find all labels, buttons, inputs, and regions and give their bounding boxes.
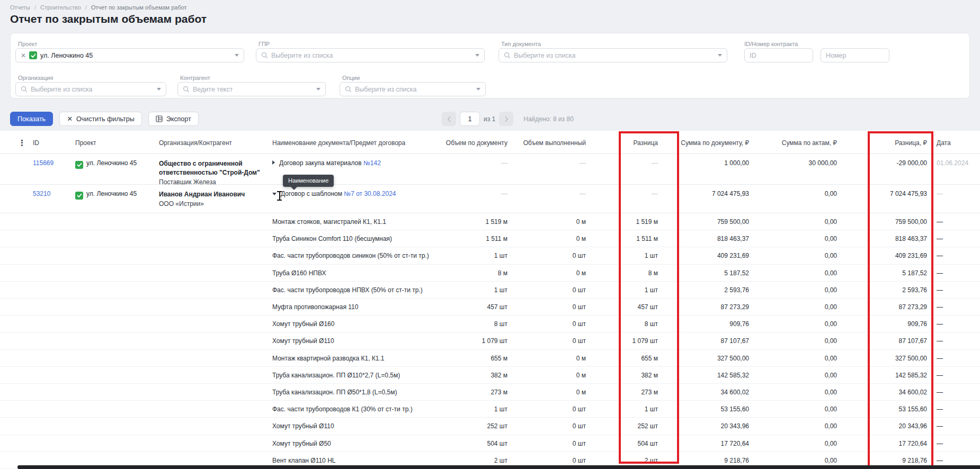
doc-type-placeholder: Выберите из списка xyxy=(514,52,575,59)
doc-type-select[interactable]: Выберите из списка xyxy=(498,48,727,62)
sum-doc-value: 142 585,32 xyxy=(660,367,751,383)
header-diff: Разница xyxy=(588,131,660,154)
sum-acts-value: 0,00 xyxy=(751,265,839,281)
vol-done-value: 0 шт xyxy=(510,282,588,298)
sum-acts-value: 0,00 xyxy=(751,213,839,230)
header-doc: Наименование документа/Предмет договора xyxy=(269,131,444,154)
table-row: Труба Ø160 НПВХ 8 м 0 м 8 м 5 187,52 0,0… xyxy=(0,265,980,282)
breadcrumb-link-reports[interactable]: Отчеты xyxy=(10,4,30,11)
vol-doc-value: 504 шт xyxy=(444,435,510,452)
horizontal-scrollbar[interactable] xyxy=(17,465,980,469)
diff-rub-value: 53 155,60 xyxy=(839,401,929,417)
diff-rub-value: -29 000,00 xyxy=(839,154,929,184)
sum-doc-value: 327 500,00 xyxy=(660,350,751,366)
contract-id-link[interactable]: 115669 xyxy=(33,159,54,167)
table-row: Фас. части трубопроводов синикон (50% от… xyxy=(0,247,980,264)
clear-filters-button[interactable]: ✕ Очистить фильтры xyxy=(59,112,142,126)
date-value: — xyxy=(929,299,980,315)
vol-doc-value: — xyxy=(444,154,510,184)
expand-row-icon[interactable] xyxy=(272,160,275,165)
vol-doc-value: 1 511 м xyxy=(444,230,510,247)
date-value: — xyxy=(929,265,980,281)
vol-doc-value: — xyxy=(444,185,510,213)
document-number-link[interactable]: №7 от 30.08.2024 xyxy=(344,190,396,197)
show-button[interactable]: Показать xyxy=(10,112,53,126)
sum-acts-value: 0,00 xyxy=(751,350,839,366)
date-value: — xyxy=(929,282,980,298)
project-select[interactable]: ✕ ул. Леночкино 45 xyxy=(15,48,244,62)
sum-doc-value: 2 593,76 xyxy=(660,282,751,298)
sum-doc-value: 1 000,00 xyxy=(660,154,751,184)
header-date: Дата xyxy=(929,131,980,154)
breadcrumb-current: Отчет по закрытым объемам работ xyxy=(91,4,187,11)
table-row: 115669 ул. Леночкино 45 Общество с огран… xyxy=(0,154,980,185)
column-menu-icon[interactable]: ⋮ xyxy=(0,131,28,154)
table-row: Труба канализацион. ПП Ø110*2,7 (L=0,5м)… xyxy=(0,367,980,384)
item-name: Фас. части трубопроводов К1 (30% от ст-т… xyxy=(269,401,444,417)
document-title: Договор с шаблоном xyxy=(281,190,344,197)
vol-doc-value: 8 м xyxy=(444,265,510,281)
contract-number-input[interactable] xyxy=(821,48,889,62)
page-title: Отчет по закрытым объемам работ xyxy=(10,13,207,25)
item-name: Труба канализацион. ПП Ø50*1,8 (L=0,5м) xyxy=(269,384,444,400)
item-name: Хомут трубный Ø110 xyxy=(269,418,444,434)
vol-done-value: 0 шт xyxy=(510,315,588,332)
diff-value: 1 519 м xyxy=(588,213,660,230)
diff-value: 1 шт xyxy=(588,282,660,298)
chevron-down-icon xyxy=(718,54,722,57)
page-of-label: из 1 xyxy=(484,115,495,123)
sum-acts-value: 0,00 xyxy=(751,230,839,247)
vol-doc-value: 1 079 шт xyxy=(444,332,510,349)
table-row: Хомут трубный Ø50 504 шт 0 шт 504 шт 17 … xyxy=(0,435,980,452)
diff-value: 382 м xyxy=(588,367,660,383)
diff-rub-value: 2 593,76 xyxy=(839,282,929,298)
breadcrumb-link-construction[interactable]: Строительство xyxy=(40,4,81,11)
prev-page-button[interactable] xyxy=(442,112,456,126)
table-row: Муфта противопожарная 110 457 шт 0 шт 45… xyxy=(0,299,980,315)
diff-rub-value: 7 024 475,93 xyxy=(839,185,929,213)
organization-select[interactable]: Выберите из списка xyxy=(15,82,166,96)
date-value: — xyxy=(929,435,980,452)
column-tooltip: Наименование xyxy=(283,175,334,187)
breadcrumb-separator: / xyxy=(34,4,36,11)
item-name: Фас. части трубопроводов НПВХ (50% от ст… xyxy=(269,282,444,298)
header-vol-doc: Объем по документу xyxy=(444,131,510,154)
project-check-icon xyxy=(75,161,83,169)
sum-acts-value: 30 000,00 xyxy=(751,154,839,184)
header-diff-rub: Разница, ₽ xyxy=(839,131,929,154)
item-name: Фас. части трубопроводов синикон (50% от… xyxy=(269,247,444,264)
counterparty-select[interactable]: Ведите текст xyxy=(177,82,326,96)
next-page-button[interactable] xyxy=(499,112,513,126)
item-name: Монтаж стояков, магистралей К1, К1.1 xyxy=(269,213,444,230)
vol-done-value: 0 м xyxy=(510,265,588,281)
gpr-select[interactable]: Выберите из списка xyxy=(256,48,485,62)
contract-id-input[interactable] xyxy=(744,48,813,62)
project-filter-label: Проект xyxy=(18,41,37,47)
remove-project-icon[interactable]: ✕ xyxy=(21,52,26,59)
chevron-right-icon xyxy=(504,116,509,122)
text-cursor-icon xyxy=(277,191,282,201)
clear-filters-label: Очистить фильтры xyxy=(76,115,135,123)
date-value: — xyxy=(929,350,980,366)
contract-id-link[interactable]: 53210 xyxy=(33,190,50,197)
document-number-link[interactable]: №142 xyxy=(363,159,381,167)
search-icon xyxy=(21,86,28,93)
collapse-row-icon[interactable] xyxy=(272,193,277,195)
sum-acts-value: 0,00 xyxy=(751,418,839,434)
options-filter-label: Опции xyxy=(342,75,360,81)
page-number-input[interactable] xyxy=(460,112,480,126)
item-name: Монтаж квартирной разводка К1, К1.1 xyxy=(269,350,444,366)
table-row: 53210 ул. Леночкино 45 Иванов Андриан Ив… xyxy=(0,185,980,213)
diff-rub-value: 142 585,32 xyxy=(839,367,929,383)
diff-rub-value: 34 600,02 xyxy=(839,384,929,400)
sum-doc-value: 17 720,64 xyxy=(660,435,751,452)
diff-value: 655 м xyxy=(588,350,660,366)
date-value: — xyxy=(929,367,980,383)
options-select[interactable]: Выберите из списка xyxy=(340,82,486,96)
counterparty-filter-label: Контрагент xyxy=(180,75,210,81)
gpr-filter-label: ГПР xyxy=(259,41,270,47)
diff-rub-value: 759 500,00 xyxy=(839,213,929,230)
vol-doc-value: 1 шт xyxy=(444,401,510,417)
export-button[interactable]: Экспорт xyxy=(148,112,199,126)
table-row: Монтаж стояков, магистралей К1, К1.1 1 5… xyxy=(0,213,980,230)
